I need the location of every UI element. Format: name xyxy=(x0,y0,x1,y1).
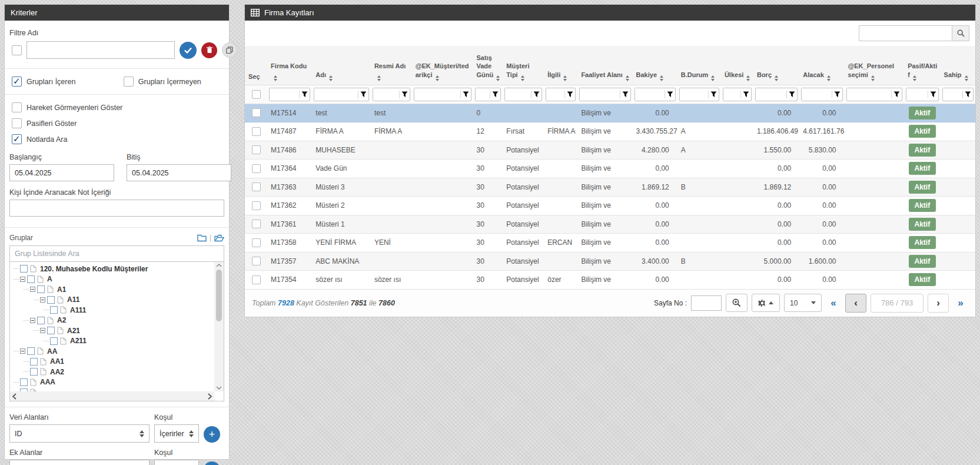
tree-node-checkbox[interactable] xyxy=(20,265,28,273)
tree-node-checkbox[interactable] xyxy=(37,317,45,324)
table-row[interactable]: M17354sözer ısısözer ısı30Potansiyelözer… xyxy=(245,271,975,290)
filter-funnel-icon[interactable] xyxy=(709,91,719,98)
grid-settings-button[interactable] xyxy=(752,294,780,312)
tree-node-checkbox[interactable] xyxy=(27,275,35,283)
column-header[interactable]: B.Durum xyxy=(677,46,721,85)
column-filter-input[interactable] xyxy=(476,88,490,101)
column-header[interactable]: Adı xyxy=(312,46,371,85)
column-filter-input[interactable] xyxy=(414,88,460,101)
checkbox-gruplari-iceren[interactable] xyxy=(12,77,22,87)
column-header[interactable]: Sahip xyxy=(941,46,975,85)
sort-icon[interactable] xyxy=(436,75,439,81)
condition1-select[interactable]: İçerirler xyxy=(154,424,199,443)
filter-funnel-icon[interactable] xyxy=(928,91,938,98)
chevron-down-icon[interactable] xyxy=(216,386,222,390)
sort-icon[interactable] xyxy=(913,75,916,81)
column-filter-input[interactable] xyxy=(943,88,962,101)
status-aktif-button[interactable]: Aktif xyxy=(909,255,936,268)
checkbox-notlarda-ara[interactable] xyxy=(12,134,22,144)
tree-node[interactable]: AAA xyxy=(14,377,214,388)
filter-funnel-icon[interactable] xyxy=(300,91,310,98)
scrollbar-thumb[interactable] xyxy=(216,270,222,321)
copy-filter-button[interactable] xyxy=(222,42,237,58)
row-checkbox[interactable] xyxy=(252,145,261,154)
table-row[interactable]: M17364Vade Gün30PotansiyelBilişim ve0,00… xyxy=(245,160,975,178)
sort-icon[interactable] xyxy=(965,75,968,81)
status-aktif-button[interactable]: Aktif xyxy=(909,199,936,212)
filter-funnel-icon[interactable] xyxy=(620,91,630,98)
column-header[interactable]: Ülkesi xyxy=(721,46,753,85)
column-header[interactable]: Firma Kodu xyxy=(267,46,312,85)
sort-icon[interactable] xyxy=(563,75,567,81)
row-checkbox[interactable] xyxy=(252,182,261,191)
tree-vertical-scrollbar[interactable] xyxy=(214,262,224,391)
tree-node[interactable]: A1 xyxy=(14,284,214,295)
tree-node[interactable]: AA xyxy=(14,346,214,357)
row-checkbox[interactable] xyxy=(252,257,261,265)
column-filter-input[interactable] xyxy=(505,88,531,101)
tree-collapse-icon[interactable] xyxy=(40,328,45,333)
filter-funnel-icon[interactable] xyxy=(461,91,471,98)
column-header[interactable]: @EK_Müşteri/tedarikçi xyxy=(412,46,473,85)
tree-collapse-icon[interactable] xyxy=(30,318,35,323)
column-filter-input[interactable] xyxy=(723,88,740,101)
sort-icon[interactable] xyxy=(775,75,778,81)
last-page-button[interactable]: » xyxy=(953,294,968,313)
filter-funnel-icon[interactable] xyxy=(665,91,675,98)
tree-node[interactable]: 120. Muhasebe Kodlu Müşteriler xyxy=(14,264,214,274)
checkbox-gruplari-icermeyen[interactable] xyxy=(124,77,134,87)
table-row[interactable]: M17487FİRMA AFİRMA A12FırsatFİRMA ABiliş… xyxy=(245,122,975,141)
page-size-select[interactable]: 10 xyxy=(784,294,822,312)
tree-node-checkbox[interactable] xyxy=(37,285,45,293)
date-start-input[interactable] xyxy=(9,164,114,181)
status-aktif-button[interactable]: Aktif xyxy=(909,125,936,138)
apply-filter-button[interactable] xyxy=(180,42,197,59)
column-filter-input[interactable] xyxy=(906,88,927,101)
column-header[interactable]: @EK_Personel seçimi xyxy=(845,46,905,85)
tree-node-checkbox[interactable] xyxy=(47,327,55,334)
status-aktif-button[interactable]: Aktif xyxy=(909,107,936,119)
tree-collapse-icon[interactable] xyxy=(20,348,25,354)
grid-search-button[interactable] xyxy=(952,25,969,41)
previous-page-button[interactable]: ‹ xyxy=(845,294,866,313)
filter-funnel-icon[interactable] xyxy=(531,91,542,98)
row-checkbox[interactable] xyxy=(252,220,261,228)
first-page-button[interactable]: « xyxy=(826,294,841,313)
sort-icon[interactable] xyxy=(329,75,333,81)
row-checkbox[interactable] xyxy=(252,238,261,247)
filter-funnel-icon[interactable] xyxy=(963,91,973,98)
column-header[interactable]: Pasif/Aktif xyxy=(904,46,940,85)
table-row[interactable]: M17363Müsteri 330PotansiyelBilişim ve1.8… xyxy=(245,178,975,197)
sort-icon[interactable] xyxy=(274,75,277,81)
column-filter-input[interactable] xyxy=(580,88,619,101)
sort-icon[interactable] xyxy=(746,75,750,81)
sort-icon[interactable] xyxy=(660,75,663,81)
tree-node[interactable]: A21 xyxy=(14,326,214,336)
filter-funnel-icon[interactable] xyxy=(358,91,368,98)
status-aktif-button[interactable]: Aktif xyxy=(909,181,936,194)
sort-icon[interactable] xyxy=(521,75,524,81)
go-to-page-button[interactable] xyxy=(726,294,748,312)
filter-name-checkbox[interactable] xyxy=(12,45,22,55)
tree-collapse-icon[interactable] xyxy=(20,277,25,282)
checkbox-pasifleri-goster[interactable] xyxy=(12,118,22,128)
tree-collapse-icon[interactable] xyxy=(40,297,45,303)
column-filter-input[interactable] xyxy=(635,88,665,101)
sort-icon[interactable] xyxy=(377,75,381,81)
status-aktif-button[interactable]: Aktif xyxy=(909,144,936,157)
table-row[interactable]: M17361Müsteri 130PotansiyelBilişim ve0.0… xyxy=(245,215,975,234)
filter-funnel-icon[interactable] xyxy=(892,91,902,98)
tree-node[interactable]: AA2 xyxy=(14,367,214,377)
column-filter-input[interactable] xyxy=(314,88,358,101)
column-header[interactable]: Alacak xyxy=(799,46,844,85)
tree-node[interactable]: A xyxy=(14,274,214,285)
filter-name-input[interactable] xyxy=(26,41,175,59)
column-filter-input[interactable] xyxy=(373,88,399,101)
group-search-input[interactable] xyxy=(9,245,224,262)
tree-node[interactable]: A11 xyxy=(14,295,214,305)
column-header[interactable]: İlgili xyxy=(544,46,577,85)
filter-funnel-icon[interactable] xyxy=(565,91,575,98)
folder-open-icon[interactable] xyxy=(214,234,224,242)
filter-funnel-icon[interactable] xyxy=(832,91,842,98)
tree-node[interactable]: A211 xyxy=(14,336,214,347)
